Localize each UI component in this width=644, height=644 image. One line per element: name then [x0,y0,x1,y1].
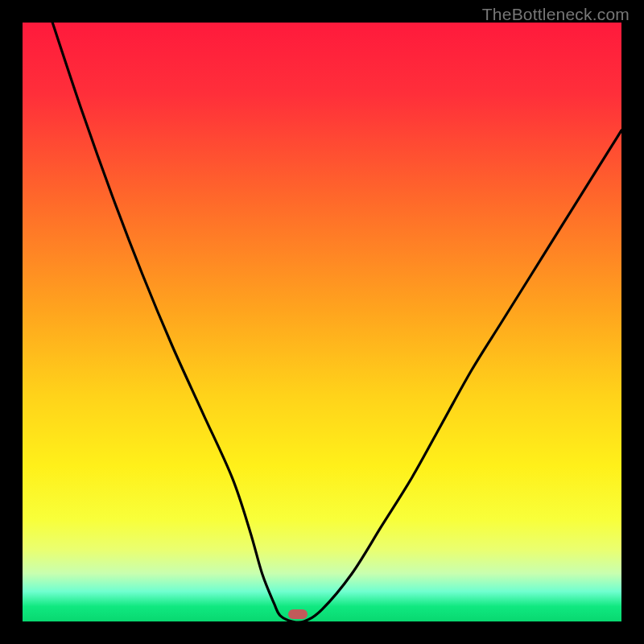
plot-area [23,23,621,621]
bottleneck-curve [23,23,621,621]
plot-frame [23,23,621,621]
watermark-text: TheBottleneck.com [482,5,630,24]
optimal-marker [288,609,308,619]
